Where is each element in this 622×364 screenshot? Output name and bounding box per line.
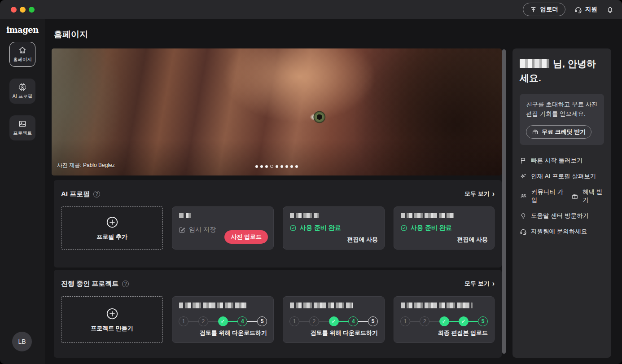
greeting-heading: 님, 안녕하세요. bbox=[520, 57, 604, 85]
step-3: ✓ bbox=[329, 316, 339, 326]
left-sidebar: imagen 홈페이지 AI 프로필 프로젝트 LB bbox=[0, 19, 45, 364]
download-for-review-link[interactable]: 검토를 위해 다운로드하기 bbox=[200, 329, 267, 337]
edit-icon bbox=[179, 226, 186, 233]
link-label: 커뮤니티 가입 bbox=[531, 188, 563, 204]
step-1: 1 bbox=[179, 316, 188, 326]
carousel-dot[interactable] bbox=[255, 165, 258, 168]
projects-see-all-link[interactable]: 모두 보기 › bbox=[464, 280, 495, 288]
project-step-progress: 1 2 ✓ 4 5 bbox=[179, 316, 267, 326]
project-card[interactable]: 1 2 ✓ ✓ 5 최종 편집본 업로드 bbox=[394, 296, 495, 343]
add-profile-label: 프로필 추가 bbox=[96, 233, 127, 241]
plus-circle-icon bbox=[105, 307, 119, 320]
hero-gradient-overlay bbox=[52, 48, 502, 175]
uploader-label: 업로더 bbox=[540, 5, 559, 13]
step-5: 5 bbox=[478, 316, 488, 326]
sidebar-item-ai-profiles[interactable]: AI 프로필 bbox=[9, 79, 35, 104]
join-community-link[interactable]: 커뮤니티 가입 bbox=[520, 188, 563, 204]
explore-ai-profile-link[interactable]: 인재 AI 프로필 살펴보기 bbox=[520, 172, 596, 180]
hero-carousel[interactable]: 사진 제공: Pablo Beglez bbox=[52, 48, 502, 175]
link-label: 도움말 센터 방문하기 bbox=[531, 212, 589, 220]
window-close-button[interactable] bbox=[11, 7, 17, 13]
draft-status-label: 임시 저장 bbox=[189, 226, 216, 234]
upload-final-edit-link[interactable]: 최종 편집본 업로드 bbox=[438, 329, 488, 337]
step-1: 1 bbox=[289, 316, 299, 326]
help-icon[interactable]: ? bbox=[93, 191, 100, 197]
support-button[interactable]: 지원 bbox=[574, 5, 597, 13]
redacted-user-name bbox=[520, 59, 553, 68]
gift-icon bbox=[571, 193, 578, 200]
sidebar-item-label: AI 프로필 bbox=[13, 93, 32, 100]
step-connector bbox=[469, 321, 478, 322]
redacted-project-name bbox=[290, 303, 353, 308]
carousel-dot[interactable] bbox=[265, 165, 268, 168]
see-all-label: 모두 보기 bbox=[464, 280, 490, 288]
quick-start-link[interactable]: 빠른 시작 둘러보기 bbox=[520, 157, 583, 165]
download-for-review-link[interactable]: 검토를 위해 다운로드하기 bbox=[311, 329, 378, 337]
carousel-dot[interactable] bbox=[280, 165, 283, 168]
ai-profiles-see-all-link[interactable]: 모두 보기 › bbox=[464, 190, 495, 198]
ai-profile-card[interactable]: 사용 준비 완료 편집에 사용 bbox=[394, 206, 495, 250]
section-title-text: AI 프로필 bbox=[61, 190, 90, 198]
step-3: ✓ bbox=[439, 316, 449, 326]
step-connector bbox=[228, 321, 238, 322]
step-3: ✓ bbox=[218, 316, 228, 326]
get-benefits-link[interactable]: 혜택 받기 bbox=[571, 188, 604, 204]
step-4: 4 bbox=[348, 316, 358, 326]
carousel-dot[interactable] bbox=[260, 165, 263, 168]
sidebar-item-projects[interactable]: 프로젝트 bbox=[9, 115, 35, 140]
step-connector bbox=[429, 321, 439, 322]
carousel-dot[interactable] bbox=[295, 165, 298, 168]
create-project-label: 프로젝트 만들기 bbox=[91, 325, 133, 333]
check-circle-icon bbox=[289, 224, 297, 232]
redacted-profile-name bbox=[401, 213, 454, 218]
ai-profile-card[interactable]: 사용 준비 완료 편집에 사용 bbox=[283, 206, 385, 250]
people-icon bbox=[520, 192, 527, 200]
ai-profiles-section: AI 프로필 ? 모두 보기 › 프로필 추가 임시 저장 사진 업로드 bbox=[54, 180, 502, 268]
projects-title: 진행 중인 프로젝트 ? bbox=[61, 280, 129, 288]
carousel-dot[interactable] bbox=[285, 165, 288, 168]
step-2: 2 bbox=[420, 316, 429, 326]
upload-photos-button[interactable]: 사진 업로드 bbox=[224, 230, 268, 244]
carousel-dot-active[interactable] bbox=[270, 165, 273, 168]
step-5: 5 bbox=[368, 316, 378, 326]
ai-profile-icon bbox=[18, 83, 27, 92]
user-avatar[interactable]: LB bbox=[12, 332, 32, 351]
sidebar-item-home[interactable]: 홈페이지 bbox=[9, 42, 35, 67]
page-title: 홈페이지 bbox=[54, 29, 88, 40]
project-card[interactable]: 1 2 ✓ 4 5 검토를 위해 다운로드하기 bbox=[172, 296, 274, 343]
see-all-label: 모두 보기 bbox=[464, 190, 490, 198]
contact-support-link[interactable]: 지원팀에 문의하세요 bbox=[520, 228, 587, 236]
step-connector bbox=[358, 321, 368, 322]
use-in-edit-link[interactable]: 편집에 사용 bbox=[347, 236, 378, 244]
main-scrollbar[interactable] bbox=[502, 49, 506, 354]
bell-icon[interactable] bbox=[606, 6, 614, 13]
help-icon[interactable]: ? bbox=[122, 281, 129, 287]
photo-icon bbox=[18, 119, 27, 128]
link-label: 인재 AI 프로필 살펴보기 bbox=[531, 172, 596, 180]
window-minimize-button[interactable] bbox=[20, 7, 26, 13]
use-in-edit-link[interactable]: 편집에 사용 bbox=[457, 236, 488, 244]
window-zoom-button[interactable] bbox=[29, 7, 35, 13]
carousel-dot[interactable] bbox=[290, 165, 293, 168]
create-project-card[interactable]: 프로젝트 만들기 bbox=[61, 296, 163, 343]
headset-icon bbox=[574, 6, 582, 13]
right-panel: 님, 안녕하세요. 친구를 초대하고 무료 사진 편집 기회를 얻으세요. 무료… bbox=[512, 48, 611, 358]
flag-icon bbox=[520, 157, 527, 164]
help-center-link[interactable]: 도움말 센터 방문하기 bbox=[520, 212, 589, 220]
referral-card: 친구를 초대하고 무료 사진 편집 기회를 얻으세요. 무료 크레딧 받기 bbox=[520, 94, 604, 145]
uploader-button[interactable]: 업로더 bbox=[523, 3, 566, 16]
headset-icon bbox=[520, 228, 527, 235]
sidebar-item-label: 프로젝트 bbox=[13, 130, 32, 136]
step-1: 1 bbox=[400, 316, 410, 326]
add-profile-card[interactable]: 프로필 추가 bbox=[61, 206, 163, 250]
upload-icon bbox=[530, 6, 537, 13]
step-4: ✓ bbox=[459, 316, 469, 326]
carousel-dot[interactable] bbox=[276, 165, 278, 168]
project-card[interactable]: 1 2 ✓ 4 5 검토를 위해 다운로드하기 bbox=[283, 296, 385, 343]
free-credits-button[interactable]: 무료 크레딧 받기 bbox=[526, 125, 591, 139]
gift-icon bbox=[532, 128, 539, 135]
sidebar-item-label: 홈페이지 bbox=[13, 57, 32, 63]
step-connector bbox=[299, 321, 309, 322]
ai-profile-card[interactable]: 임시 저장 사진 업로드 bbox=[172, 206, 274, 250]
step-connector bbox=[208, 321, 218, 322]
